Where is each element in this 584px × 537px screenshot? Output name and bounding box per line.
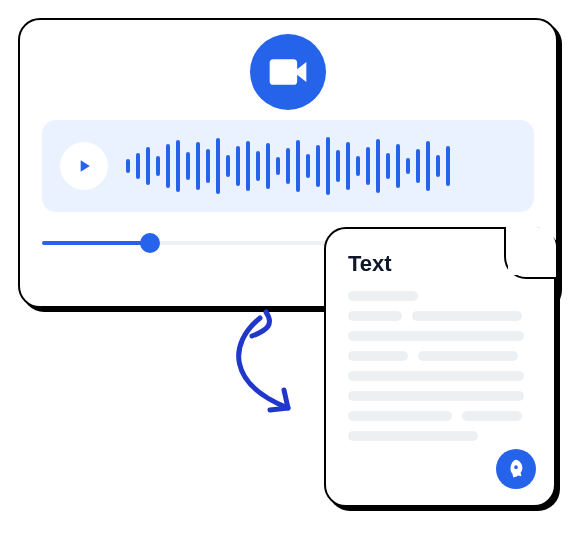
waveform-bar [246,141,250,191]
play-icon [74,156,94,176]
waveform-bar [286,148,290,184]
text-line [348,291,418,301]
waveform-bar [356,156,360,176]
waveform-bar [296,140,300,192]
waveform-bar [166,144,170,188]
waveform-bar [226,155,230,177]
waveform-bar [136,153,140,179]
text-line-row [348,391,532,401]
text-line [348,351,408,361]
waveform-bar [216,138,220,194]
text-line-row [348,411,532,421]
waveform-bar [376,139,380,193]
waveform-bar [436,155,440,177]
waveform-bar [276,157,280,175]
text-line [348,431,478,441]
text-line [348,331,524,341]
rocket-icon [496,449,536,489]
waveform-bar [156,156,160,176]
text-line-row [348,371,532,381]
play-button[interactable] [60,142,108,190]
waveform-bar [316,145,320,187]
waveform-bar [196,142,200,190]
waveform-bar [186,152,190,180]
text-line [418,351,518,361]
waveform-bar [446,146,450,186]
text-line-row [348,431,532,441]
waveform-panel [42,120,534,212]
text-line [462,411,522,421]
text-line [348,391,524,401]
waveform-bar [336,150,340,182]
waveform-bar [256,151,260,181]
video-camera-icon [250,34,326,110]
waveform-bar [426,141,430,191]
waveform-bar [146,147,150,185]
waveform-bar [326,137,330,195]
text-line [412,311,522,321]
text-line-row [348,311,532,321]
page-fold-icon [504,227,556,279]
document-body [348,291,532,441]
waveform-bar [126,159,130,173]
text-line-row [348,331,532,341]
text-line-row [348,351,532,361]
text-line [348,311,402,321]
waveform [126,136,516,196]
waveform-bar [346,142,350,190]
waveform-bar [306,154,310,178]
curved-arrow-icon [210,312,330,432]
text-line [348,371,524,381]
waveform-bar [366,147,370,185]
waveform-bar [406,158,410,174]
text-line [348,411,452,421]
waveform-bar [176,140,180,192]
waveform-bar [236,146,240,186]
waveform-bar [386,153,390,179]
waveform-bar [206,149,210,183]
waveform-bar [396,144,400,188]
waveform-bar [266,143,270,189]
document-card: Text [324,227,556,507]
illustration-stage: Text [0,0,584,537]
text-line-row [348,291,532,301]
waveform-bar [416,149,420,183]
